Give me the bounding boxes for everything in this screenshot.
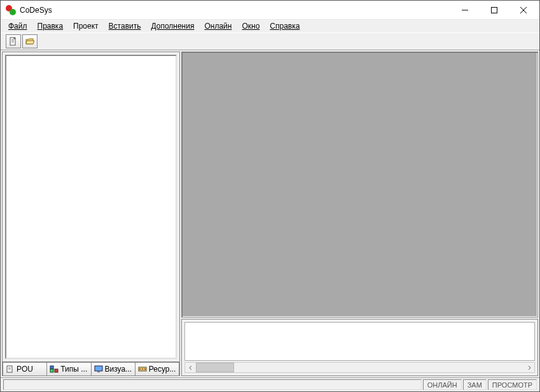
- main-area: POU Типы ... Визуа... Ресур...: [1, 50, 539, 377]
- scroll-left-button[interactable]: [185, 363, 196, 372]
- svg-rect-17: [139, 368, 141, 370]
- project-browser-panel: POU Типы ... Визуа... Ресур...: [2, 52, 180, 376]
- tab-datatypes[interactable]: Типы ...: [47, 362, 91, 375]
- tab-label: Визуа...: [105, 365, 132, 374]
- window-title: CoDeSys: [20, 6, 450, 15]
- scroll-track[interactable]: [196, 363, 523, 372]
- toolbar: [1, 32, 539, 50]
- svg-rect-11: [50, 366, 53, 369]
- close-button[interactable]: [509, 1, 538, 19]
- tab-resources[interactable]: Ресур...: [135, 362, 179, 375]
- message-output[interactable]: [184, 322, 535, 361]
- tab-label: Ресур...: [149, 365, 176, 374]
- svg-rect-15: [97, 372, 100, 372]
- screen-icon: [94, 365, 103, 373]
- scroll-thumb[interactable]: [196, 363, 234, 372]
- open-folder-icon: [25, 37, 34, 46]
- svg-rect-18: [142, 368, 143, 370]
- menu-extras[interactable]: Дополнения: [146, 20, 199, 32]
- open-file-button[interactable]: [22, 34, 38, 48]
- status-overwrite: ЗАМ: [463, 379, 487, 390]
- menu-help[interactable]: Справка: [265, 20, 305, 32]
- status-online: ОНЛАЙН: [423, 379, 462, 390]
- message-panel: [181, 319, 538, 376]
- menu-bar: Файл Правка Проект Вставить Дополнения О…: [1, 20, 539, 32]
- title-bar[interactable]: CoDeSys: [1, 1, 539, 20]
- message-hscrollbar[interactable]: [184, 362, 535, 373]
- scroll-right-button[interactable]: [523, 363, 534, 372]
- menu-edit[interactable]: Правка: [32, 20, 69, 32]
- right-panel: [181, 52, 538, 376]
- minimize-button[interactable]: [450, 1, 480, 19]
- project-tree[interactable]: [6, 56, 176, 358]
- chevron-left-icon: [188, 365, 193, 370]
- app-window: CoDeSys Файл Правка Проект Вставить Допо…: [0, 0, 540, 392]
- tab-label: Типы ...: [60, 365, 87, 374]
- app-icon: [6, 5, 16, 15]
- chevron-right-icon: [527, 365, 532, 370]
- new-file-icon: [9, 37, 18, 46]
- new-file-button[interactable]: [6, 34, 21, 48]
- editor-workspace[interactable]: [181, 52, 538, 318]
- status-bar: ОНЛАЙН ЗАМ ПРОСМОТР: [1, 377, 539, 391]
- status-monitor: ПРОСМОТР: [488, 379, 537, 390]
- document-icon: [6, 365, 15, 373]
- menu-online[interactable]: Онлайн: [199, 20, 237, 32]
- tab-visualizations[interactable]: Визуа...: [92, 362, 135, 375]
- menu-file[interactable]: Файл: [3, 20, 32, 32]
- datatype-icon: [50, 365, 59, 373]
- tab-pou[interactable]: POU: [3, 362, 47, 375]
- menu-insert[interactable]: Вставить: [104, 20, 146, 32]
- resources-icon: [138, 365, 147, 373]
- menu-project[interactable]: Проект: [68, 20, 104, 32]
- tab-label: POU: [17, 365, 33, 374]
- svg-rect-1: [492, 7, 497, 13]
- svg-rect-19: [144, 368, 146, 370]
- status-message: [3, 379, 422, 390]
- svg-rect-12: [55, 369, 58, 372]
- maximize-button[interactable]: [480, 1, 509, 19]
- svg-rect-14: [95, 366, 102, 371]
- svg-rect-13: [50, 369, 53, 372]
- tree-border: [5, 55, 177, 359]
- project-tabs: POU Типы ... Визуа... Ресур...: [3, 361, 179, 375]
- menu-window[interactable]: Окно: [237, 20, 265, 32]
